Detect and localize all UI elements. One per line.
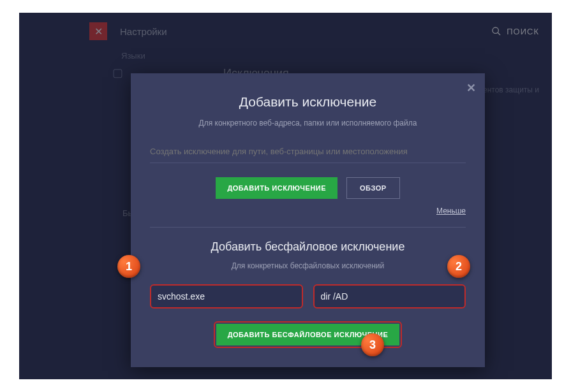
dialog-subtitle: Для конкретного веб-адреса, папки или ис… (150, 119, 466, 127)
add-exception-dialog: ✕ Добавить исключение Для конкретного ве… (131, 73, 485, 367)
command-field-highlight (313, 284, 466, 309)
fileless-subtitle: Для конкретных бесфайловых исключений (150, 261, 466, 270)
process-name-field-highlight (150, 284, 303, 309)
command-input[interactable] (321, 291, 459, 301)
less-link[interactable]: Меньше (150, 207, 466, 215)
divider (150, 227, 466, 228)
process-name-input[interactable] (158, 291, 295, 301)
annotation-marker-1: 1 (117, 255, 140, 278)
dialog-close-button[interactable]: ✕ (466, 81, 476, 95)
divider (150, 163, 466, 163)
fileless-input-row (150, 284, 466, 309)
fileless-button-row: ДОБАВИТЬ БЕСФАЙЛОВОЕ ИСКЛЮЧЕНИЕ (150, 321, 466, 348)
app-window: ✕ Настройки ПОИСК ▢ Языки Исключения нен… (19, 13, 552, 379)
close-icon: ✕ (466, 82, 476, 94)
fileless-title: Добавить бесфайловое исключение (150, 240, 466, 254)
annotation-marker-2: 2 (447, 255, 470, 278)
dialog-title: Добавить исключение (150, 94, 466, 110)
add-exception-button[interactable]: ДОБАВИТЬ ИСКЛЮЧЕНИЕ (216, 177, 337, 199)
exception-path-input[interactable] (150, 142, 466, 161)
button-row: ДОБАВИТЬ ИСКЛЮЧЕНИЕ ОБЗОР (150, 177, 466, 199)
browse-button[interactable]: ОБЗОР (346, 177, 399, 199)
annotation-marker-3: 3 (361, 333, 384, 356)
